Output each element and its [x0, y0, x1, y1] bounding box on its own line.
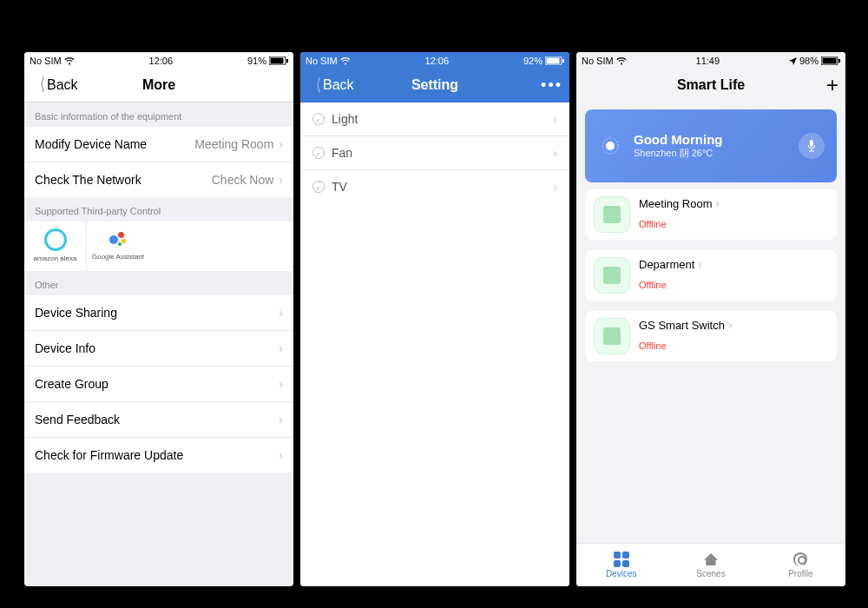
voice-button[interactable] [799, 133, 825, 159]
profile-icon [792, 552, 809, 567]
svg-rect-1 [271, 58, 284, 64]
battery-label: 92% [523, 56, 542, 66]
row-label: Device Sharing [35, 306, 117, 320]
row-device-info[interactable]: Device Info› [24, 331, 293, 367]
carrier-label: No SIM [582, 56, 614, 66]
row-check-network[interactable]: Check The Network Check Now› [24, 162, 293, 197]
row-label: Modify Device Name [35, 137, 147, 151]
row-label: Check for Firmware Update [35, 448, 183, 462]
phone-setting: No SIM 12:06 92% 〈Back Setting ••• Light… [300, 52, 569, 586]
wifi-icon [64, 57, 75, 65]
svg-rect-2 [286, 59, 288, 63]
more-button[interactable]: ••• [502, 76, 562, 95]
third-party-alexa[interactable]: amazon alexa [24, 221, 87, 271]
row-label: TV [332, 180, 347, 194]
battery-icon [821, 56, 840, 65]
svg-rect-8 [838, 59, 840, 63]
tab-profile[interactable]: Profile [756, 544, 845, 586]
tab-devices[interactable]: Devices [576, 544, 666, 586]
devices-icon [613, 552, 630, 567]
timer-icon [312, 147, 325, 159]
row-device-sharing[interactable]: Device Sharing› [24, 295, 293, 331]
chevron-right-icon: › [279, 173, 283, 187]
back-label: Back [323, 77, 354, 93]
back-button[interactable]: 〈Back [31, 73, 92, 96]
tab-label: Scenes [696, 569, 725, 578]
carrier-label: No SIM [30, 56, 62, 66]
chevron-right-icon: › [553, 180, 557, 194]
row-fan[interactable]: Fan › [300, 136, 569, 170]
chevron-right-icon: › [553, 112, 557, 126]
device-card[interactable]: Deparment› Offline [585, 250, 837, 301]
svg-point-9 [606, 142, 615, 150]
scenes-icon [702, 552, 720, 567]
settings-list: Light › Fan › TV › [300, 102, 569, 586]
tab-label: Devices [606, 569, 637, 578]
page-title: Smart Life [677, 77, 745, 93]
chevron-left-icon: 〈 [311, 74, 321, 97]
phone-smart-life-home: No SIM 11:49 98% Smart Life + Good Morni… [576, 52, 845, 586]
chevron-right-icon: › [553, 146, 557, 160]
svg-rect-5 [562, 59, 564, 63]
nav-bar: Smart Life + [576, 68, 845, 102]
row-label: Fan [332, 146, 352, 160]
third-party-label: Google Assistant [92, 253, 144, 261]
device-status: Offline [639, 280, 702, 290]
plus-icon: + [826, 73, 838, 97]
row-label: Send Feedback [35, 413, 120, 426]
row-label: Light [332, 112, 358, 126]
status-bar: No SIM 12:06 92% [300, 52, 569, 68]
page-title: Setting [411, 77, 458, 93]
weather-icon [597, 133, 623, 159]
location-label: Shenzhen 阴 26°C [634, 147, 722, 160]
nav-bar: 〈Back Setting ••• [300, 68, 569, 102]
row-label: Check The Network [35, 173, 141, 187]
device-name: GS Smart Switch [639, 319, 725, 332]
device-status: Offline [639, 219, 720, 229]
phone-more-settings: No SIM 12:06 91% 〈Back More Basic inform… [24, 52, 293, 586]
chevron-right-icon: › [279, 341, 283, 355]
device-icon [594, 318, 630, 354]
battery-label: 98% [799, 56, 819, 66]
row-value: Meeting Room [194, 137, 273, 151]
row-label: Create Group [35, 377, 108, 391]
row-light[interactable]: Light › [300, 102, 569, 136]
tab-bar: Devices Scenes Profile [576, 543, 845, 586]
section-basic-header: Basic information of the equipment [24, 102, 293, 127]
tab-label: Profile [788, 569, 812, 578]
row-modify-device-name[interactable]: Modify Device Name Meeting Room› [24, 127, 293, 162]
third-party-list: amazon alexa Google Assistant [24, 221, 293, 271]
status-bar: No SIM 12:06 91% [24, 52, 293, 68]
chevron-right-icon: › [728, 318, 733, 332]
device-icon [594, 257, 630, 294]
device-card[interactable]: GS Smart Switch› Offline [585, 311, 837, 361]
weather-hero[interactable]: Good Morning Shenzhen 阴 26°C [585, 109, 837, 182]
greeting-label: Good Morning [634, 132, 722, 147]
device-card[interactable]: Meeting Room› Offline [585, 189, 837, 240]
chevron-left-icon: 〈 [35, 73, 45, 96]
tab-scenes[interactable]: Scenes [666, 544, 755, 586]
row-firmware-update[interactable]: Check for Firmware Update› [24, 438, 293, 473]
battery-label: 91% [247, 56, 266, 66]
row-tv[interactable]: TV › [300, 170, 569, 203]
google-assistant-icon [108, 228, 128, 249]
row-send-feedback[interactable]: Send Feedback› [24, 402, 293, 438]
wifi-icon [616, 57, 627, 65]
status-bar: No SIM 11:49 98% [576, 52, 845, 68]
add-button[interactable]: + [778, 73, 838, 97]
more-icon: ••• [541, 76, 562, 95]
back-button[interactable]: 〈Back [307, 74, 368, 97]
device-name: Meeting Room [639, 197, 713, 210]
carrier-label: No SIM [306, 56, 338, 66]
clock-label: 11:49 [696, 56, 720, 66]
device-list: Meeting Room› Offline Deparment› Offline… [576, 189, 845, 372]
other-list: Device Sharing› Device Info› Create Grou… [24, 295, 293, 473]
third-party-label: amazon alexa [34, 254, 77, 262]
row-label: Device Info [35, 341, 95, 355]
section-thirdparty-header: Supported Third-party Control [24, 197, 293, 221]
timer-icon [312, 181, 325, 193]
timer-icon [312, 113, 325, 125]
third-party-google-assistant[interactable]: Google Assistant [87, 221, 149, 271]
microphone-icon [806, 139, 817, 153]
row-create-group[interactable]: Create Group› [24, 367, 293, 402]
